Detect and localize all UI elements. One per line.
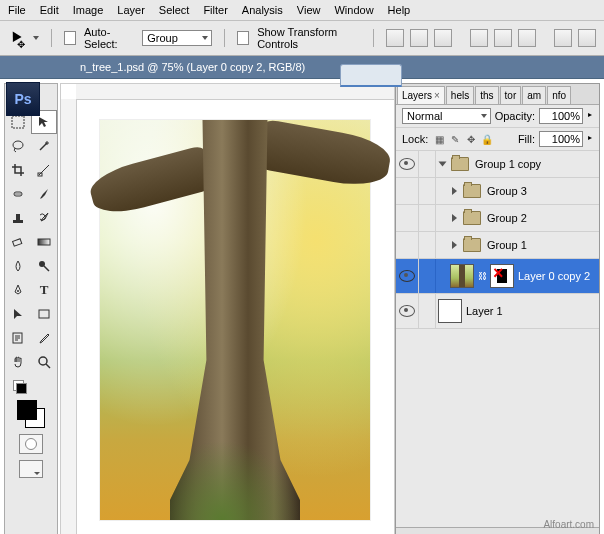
link-column[interactable] [419,232,436,258]
visibility-toggle[interactable] [396,232,419,258]
menu-view[interactable]: View [297,4,321,16]
link-column[interactable] [419,294,436,328]
disclosure-triangle-icon[interactable] [452,214,457,222]
wand-tool[interactable] [31,134,57,158]
align-bottom-icon[interactable] [434,29,452,47]
layer-name[interactable]: Group 1 [487,239,527,251]
color-swatches [5,374,57,484]
layer-name[interactable]: Group 2 [487,212,527,224]
floating-tab-stub[interactable] [340,64,402,87]
slice-tool[interactable] [31,158,57,182]
align-vcenter-icon[interactable] [410,29,428,47]
history-brush-tool[interactable] [31,206,57,230]
menu-layer[interactable]: Layer [117,4,145,16]
tab-info[interactable]: nfo [547,86,571,104]
stamp-tool[interactable] [5,206,31,230]
layer-row[interactable]: Layer 1 [396,294,599,329]
foreground-background-swatch[interactable] [17,400,45,428]
link-column[interactable] [419,259,436,293]
tab-histogram[interactable]: am [522,86,546,104]
brush-tool[interactable] [31,182,57,206]
svg-rect-9 [13,239,22,246]
menu-file[interactable]: File [8,4,26,16]
ruler-vertical[interactable] [61,99,77,534]
hand-tool[interactable] [5,350,31,374]
layer-thumbnail[interactable] [438,299,462,323]
tab-paths[interactable]: ths [475,86,498,104]
fill-input[interactable]: 100% [539,131,583,147]
lasso-tool[interactable] [5,134,31,158]
menu-help[interactable]: Help [388,4,411,16]
align-left-icon[interactable] [470,29,488,47]
tab-layers[interactable]: Layers× [397,86,445,104]
quick-mask-button[interactable] [19,434,43,454]
link-mask-icon[interactable]: ⛓ [478,271,486,281]
visibility-toggle[interactable] [396,294,419,328]
heal-tool[interactable] [5,182,31,206]
mask-thumbnail[interactable]: × [490,264,514,288]
link-column[interactable] [419,151,436,177]
move-tool-icon [8,29,23,47]
pen-tool[interactable] [5,278,31,302]
menu-window[interactable]: Window [334,4,373,16]
zoom-tool[interactable] [31,350,57,374]
menu-select[interactable]: Select [159,4,190,16]
lock-pixels-icon[interactable]: ✎ [448,132,462,146]
align-hcenter-icon[interactable] [494,29,512,47]
crop-tool[interactable] [5,158,31,182]
layer-row[interactable]: ⛓ × Layer 0 copy 2 [396,259,599,294]
layer-name[interactable]: Group 1 copy [475,158,541,170]
distribute-icon[interactable] [578,29,596,47]
menu-edit[interactable]: Edit [40,4,59,16]
dodge-tool[interactable] [31,254,57,278]
lock-position-icon[interactable]: ✥ [464,132,478,146]
auto-select-checkbox[interactable] [64,31,76,45]
type-tool[interactable]: T [31,278,57,302]
link-column[interactable] [419,205,436,231]
document-title[interactable]: n_tree_1.psd @ 75% (Layer 0 copy 2, RGB/… [80,61,305,73]
auto-select-dropdown[interactable]: Group [142,30,212,46]
disclosure-triangle-icon[interactable] [439,162,447,167]
align-top-icon[interactable] [386,29,404,47]
close-icon[interactable]: × [434,90,440,101]
menu-image[interactable]: Image [73,4,104,16]
eraser-tool[interactable] [5,230,31,254]
visibility-toggle[interactable] [396,205,419,231]
disclosure-triangle-icon[interactable] [452,187,457,195]
tab-channels[interactable]: hels [446,86,474,104]
layer-name[interactable]: Layer 0 copy 2 [518,270,590,282]
opacity-input[interactable]: 100% [539,108,583,124]
disclosure-triangle-icon[interactable] [452,241,457,249]
canvas[interactable] [76,99,394,534]
link-column[interactable] [419,178,436,204]
visibility-toggle[interactable] [396,178,419,204]
layer-group-row[interactable]: Group 1 [396,232,599,259]
tree-branch [86,145,214,220]
show-transform-checkbox[interactable] [237,31,249,45]
visibility-toggle[interactable] [396,259,419,293]
menu-filter[interactable]: Filter [203,4,227,16]
lock-transparency-icon[interactable]: ▦ [432,132,446,146]
default-colors-icon[interactable] [13,380,27,394]
blend-mode-dropdown[interactable]: Normal [402,108,491,124]
distribute-icon[interactable] [554,29,572,47]
shape-tool[interactable] [31,302,57,326]
path-select-tool[interactable] [5,302,31,326]
layer-name[interactable]: Group 3 [487,185,527,197]
layer-group-row[interactable]: Group 1 copy [396,151,599,178]
visibility-toggle[interactable] [396,151,419,177]
menu-analysis[interactable]: Analysis [242,4,283,16]
blur-tool[interactable] [5,254,31,278]
notes-tool[interactable] [5,326,31,350]
eyedropper-tool[interactable] [31,326,57,350]
tab-history[interactable]: tor [500,86,522,104]
gradient-tool[interactable] [31,230,57,254]
align-right-icon[interactable] [518,29,536,47]
layer-name[interactable]: Layer 1 [466,305,503,317]
layer-group-row[interactable]: Group 3 [396,178,599,205]
layer-group-row[interactable]: Group 2 [396,205,599,232]
tool-preset-dropdown[interactable] [33,36,39,40]
layer-thumbnail[interactable] [450,264,474,288]
lock-all-icon[interactable]: 🔒 [480,132,494,146]
screen-mode-button[interactable] [19,460,43,478]
